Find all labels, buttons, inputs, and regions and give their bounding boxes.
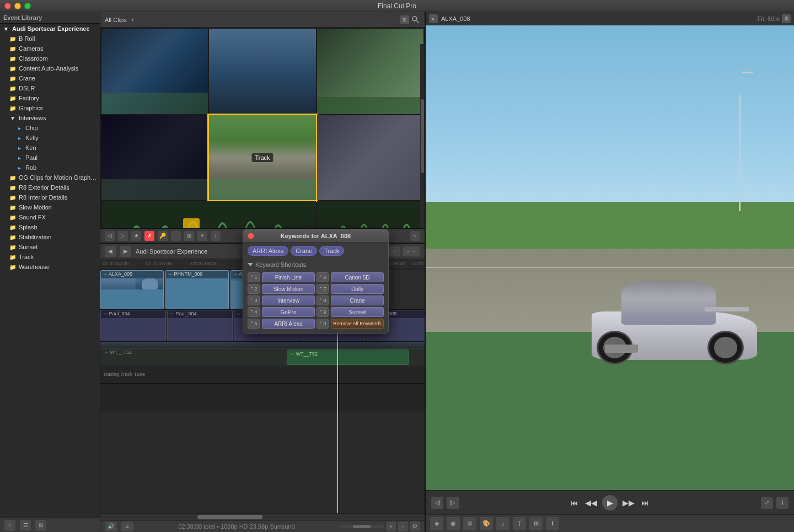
clip-thumb-6[interactable]: [317, 115, 423, 201]
sort-button[interactable]: ↕: [211, 231, 221, 241]
inspector-btn-3[interactable]: ⧉: [463, 517, 476, 530]
sidebar-item-r8-exterior[interactable]: 📁 R8 Exterior Details: [0, 182, 100, 192]
sidebar-item-rob[interactable]: ▸ Rob: [0, 163, 100, 173]
sidebar-item-ken[interactable]: ▸ Ken: [0, 143, 100, 153]
clip-thumb-7[interactable]: [101, 201, 316, 228]
minimize-button[interactable]: [14, 3, 21, 9]
cursor-tool[interactable]: ↖: [410, 231, 420, 241]
inspector-info-btn[interactable]: ℹ: [546, 517, 559, 530]
sidebar-item-r8-interior[interactable]: 📁 R8 Interior Details: [0, 192, 100, 202]
clip-thumb-4[interactable]: [101, 115, 208, 201]
sidebar-item-track[interactable]: 📁 Track: [0, 252, 100, 262]
dropdown-arrow[interactable]: ▾: [131, 17, 134, 23]
tag-crane[interactable]: Crane: [291, 246, 317, 256]
music-btn[interactable]: ♪: [496, 517, 509, 530]
zoom-out-button[interactable]: −: [398, 522, 408, 531]
filter-button[interactable]: ⊞: [400, 15, 409, 24]
clip-thumb-1[interactable]: [101, 29, 208, 114]
tag-arri-alexa[interactable]: ARRI Alexa: [248, 246, 288, 256]
sidebar-item-paul[interactable]: ▸ Paul: [0, 153, 100, 163]
clip-phntm-009[interactable]: ↔ PHNTM_009: [165, 270, 229, 309]
close-button[interactable]: [4, 3, 11, 9]
inspector-btn-1[interactable]: ◈: [430, 517, 443, 530]
timeline-scrollbar[interactable]: [100, 513, 425, 520]
settings-button[interactable]: ⚙: [410, 522, 420, 531]
shortcut-crane[interactable]: Crane: [331, 295, 384, 305]
sidebar-item-kelly[interactable]: ▸ Kelly: [0, 133, 100, 143]
sidebar-item-stabilization[interactable]: 📁 Stabilization: [0, 232, 100, 242]
shortcut-canon-5d[interactable]: Canon 5D: [331, 272, 384, 282]
mark-out-button[interactable]: ▷: [118, 231, 128, 241]
clip-thumb-5-selected[interactable]: Track: [209, 115, 315, 201]
inspector-btn-2[interactable]: ◉: [447, 517, 460, 530]
shortcut-arri-alexa[interactable]: ARRI Alexa: [262, 319, 315, 329]
sidebar-item-dslr[interactable]: 📁 DSLR: [0, 83, 100, 93]
info-button[interactable]: ℹ: [776, 497, 788, 509]
scrollbar-thumb[interactable]: [197, 515, 262, 519]
audio-clip-wt-t52[interactable]: ↔ WT__T52: [287, 350, 409, 365]
sidebar-item-slow-motion[interactable]: 📁 Slow Motion: [0, 202, 100, 212]
audio-meter-button[interactable]: 🔊: [105, 522, 117, 531]
sidebar-item-splash[interactable]: 📁 Splash: [0, 222, 100, 232]
clip-paul-004[interactable]: ↔ Paul_004: [100, 310, 166, 341]
zoom-in-button[interactable]: +: [386, 522, 396, 531]
sidebar-item-sound-fx[interactable]: 📁 Sound FX: [0, 212, 100, 222]
mark-out-btn[interactable]: |▷: [447, 497, 459, 509]
text-btn[interactable]: T: [513, 517, 526, 530]
effects-button[interactable]: ≡: [121, 522, 133, 531]
scrollbar-thumb[interactable]: [421, 99, 424, 173]
clip-paul-004b[interactable]: ↔ Paul_004: [167, 310, 233, 341]
maximize-button[interactable]: [24, 3, 31, 9]
view-grid-button[interactable]: ⊞: [35, 520, 46, 531]
zoom-slider[interactable]: [340, 525, 384, 528]
shortcut-gopro[interactable]: GoPro: [262, 307, 315, 317]
shortcut-sunset[interactable]: Sunset: [331, 307, 384, 317]
clip-thumb-2[interactable]: [209, 29, 315, 114]
sidebar-item-chip[interactable]: ▸ Chip: [0, 123, 100, 133]
view-list-button[interactable]: ≡: [197, 231, 207, 241]
sidebar-root-item[interactable]: ▼ Audi Sportscar Experience: [0, 24, 100, 34]
sidebar-item-content-auto[interactable]: 📁 Content Auto-Analysis: [0, 63, 100, 73]
sidebar-item-crane[interactable]: 📁 Crane: [0, 73, 100, 83]
clip-thumb-9[interactable]: [317, 201, 423, 228]
dialog-close-button[interactable]: [248, 233, 254, 239]
shortcut-dolly[interactable]: Dolly: [331, 284, 384, 294]
favorite-button[interactable]: ★: [131, 231, 141, 241]
fast-forward-button[interactable]: ▶▶: [623, 497, 634, 508]
sidebar-item-sunset[interactable]: 📁 Sunset: [0, 242, 100, 252]
go-to-start-button[interactable]: ⏮: [569, 497, 580, 508]
sidebar-item-classroom[interactable]: 📁 Classroom: [0, 53, 100, 63]
shortcut-remove-all[interactable]: Remove All Keywords: [331, 319, 384, 329]
keyword-button[interactable]: 🔑: [158, 231, 168, 241]
reject-button[interactable]: ✗: [144, 231, 154, 241]
preview-settings-icon[interactable]: ⚙: [782, 14, 791, 23]
sidebar-item-factory[interactable]: 📁 Factory: [0, 93, 100, 103]
browser-scrollbar[interactable]: [420, 44, 425, 228]
grid-btn[interactable]: ⊞: [529, 517, 543, 530]
back-button[interactable]: ◀: [105, 246, 116, 257]
sidebar-item-graphics[interactable]: 📁 Graphics: [0, 103, 100, 113]
view-button[interactable]: ⊞: [184, 231, 194, 241]
search-icon[interactable]: [411, 15, 420, 24]
play-button[interactable]: ▶: [602, 495, 618, 510]
shortcut-interview[interactable]: Interview: [262, 295, 315, 305]
color-btn[interactable]: 🎨: [480, 517, 493, 530]
mark-in-btn[interactable]: ◁|: [431, 497, 443, 509]
shortcut-finish-line[interactable]: Finish Line: [262, 272, 315, 282]
add-button[interactable]: +: [4, 520, 15, 531]
view-list-button[interactable]: ☰: [20, 520, 31, 531]
sidebar-item-b-roll[interactable]: 📁 B Roll: [0, 34, 100, 44]
shortcut-slow-motion[interactable]: Slow Motion: [262, 284, 315, 294]
go-to-end-button[interactable]: ⏭: [640, 497, 651, 508]
sidebar-item-cameras[interactable]: 📁 Cameras: [0, 44, 100, 53]
mark-in-button[interactable]: ◁: [105, 231, 115, 241]
fullscreen-button[interactable]: ⤢: [761, 497, 773, 509]
window-controls[interactable]: [4, 3, 31, 9]
sidebar-item-warehouse[interactable]: 📁 Warehouse: [0, 262, 100, 272]
forward-button[interactable]: ▶: [120, 246, 131, 257]
sidebar-item-og-clips[interactable]: 📁 OG Clips for Motion Graphics: [0, 173, 100, 182]
rewind-button[interactable]: ◀◀: [586, 497, 597, 508]
clip-alxa-005[interactable]: ↔ ALXA_005: [100, 270, 164, 309]
clip-thumb-3[interactable]: [317, 29, 423, 114]
sidebar-item-interviews[interactable]: ▼ Interviews: [0, 113, 100, 123]
